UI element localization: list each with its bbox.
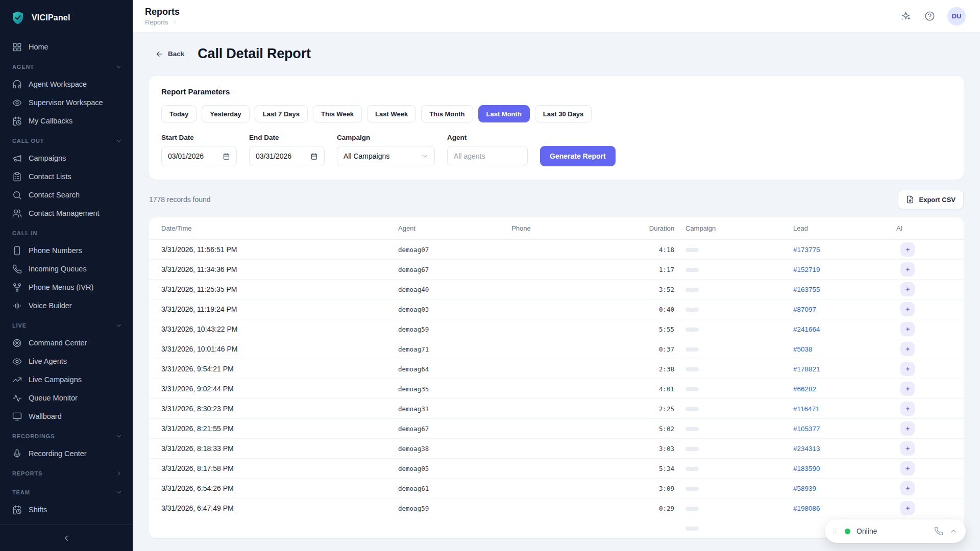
sidebar-section-label: CALL IN: [12, 230, 37, 236]
chevron-down-icon: [115, 489, 122, 496]
lead-link[interactable]: #163755: [793, 286, 820, 293]
lead-link[interactable]: #87097: [793, 306, 816, 313]
sidebar-section-recordings[interactable]: RECORDINGS: [0, 428, 133, 444]
records-count: 1778 records found: [149, 195, 211, 204]
sidebar-section-team[interactable]: TEAM: [0, 484, 133, 500]
drag-handle-icon[interactable]: [831, 528, 839, 535]
lead-link[interactable]: #116471: [793, 405, 820, 413]
cell-lead: #234313: [784, 444, 886, 453]
generate-report-button[interactable]: Generate Report: [540, 146, 616, 166]
ai-assistant-button[interactable]: [899, 10, 912, 22]
lead-link[interactable]: #183590: [793, 465, 820, 472]
column-header-agent: Agent: [386, 224, 462, 232]
topbar-titles: Reports Reports: [145, 7, 180, 26]
sidebar-item-live-agents[interactable]: Live Agents: [0, 352, 133, 370]
user-avatar[interactable]: DU: [947, 7, 966, 26]
parameters-form: Start Date 03/01/2026 End Date 03/31/202…: [161, 134, 951, 166]
ai-analysis-button[interactable]: [900, 382, 915, 396]
sidebar-item-shifts[interactable]: Shifts: [0, 500, 133, 519]
agent-input[interactable]: [447, 146, 528, 166]
preset-today[interactable]: Today: [161, 105, 197, 122]
cell-campaign: [674, 245, 784, 254]
sidebar-section-call-in[interactable]: CALL IN: [0, 225, 133, 241]
sparkle-icon: [904, 326, 911, 333]
cell-lead: #66282: [784, 384, 886, 393]
preset-yesterday[interactable]: Yesterday: [202, 105, 249, 122]
help-button[interactable]: [923, 10, 936, 22]
sidebar-item-contact-management[interactable]: Contact Management: [0, 204, 133, 222]
sidebar-item-live-campaigns[interactable]: Live Campaigns: [0, 370, 133, 389]
end-date-input[interactable]: 03/31/2026: [249, 146, 325, 166]
dialpad-button[interactable]: [934, 527, 943, 536]
lead-link[interactable]: #105377: [793, 425, 820, 433]
sidebar-item-command-center[interactable]: Command Center: [0, 334, 133, 352]
sidebar-item-wallboard[interactable]: Wallboard: [0, 407, 133, 425]
sidebar-item-supervisor-workspace[interactable]: Supervisor Workspace: [0, 93, 133, 112]
breadcrumb-item[interactable]: Reports: [145, 18, 168, 26]
campaign-select[interactable]: All Campaigns: [337, 146, 435, 166]
mic-icon: [12, 449, 22, 459]
sidebar-item-contact-search[interactable]: Contact Search: [0, 186, 133, 204]
ai-analysis-button[interactable]: [900, 262, 915, 277]
ai-analysis-button[interactable]: [900, 501, 915, 515]
export-csv-button[interactable]: Export CSV: [898, 190, 964, 209]
sidebar-item-my-callbacks[interactable]: My Callbacks: [0, 112, 133, 130]
sidebar: VICIPanel HomeAGENTAgent WorkspaceSuperv…: [0, 0, 133, 551]
cell-duration: 3:03: [580, 445, 674, 453]
preset-last-30-days[interactable]: Last 30 Days: [535, 105, 592, 122]
lead-link[interactable]: #5038: [793, 345, 813, 353]
lead-link[interactable]: #234313: [793, 445, 820, 453]
sidebar-item-incoming-queues[interactable]: Incoming Queues: [0, 260, 133, 278]
preset-last-week[interactable]: Last Week: [367, 105, 416, 122]
sidebar-item-queue-monitor[interactable]: Queue Monitor: [0, 389, 133, 407]
sidebar-item-agent-workspace[interactable]: Agent Workspace: [0, 75, 133, 93]
lead-link[interactable]: #178821: [793, 365, 820, 373]
lead-link[interactable]: #198086: [793, 505, 820, 512]
lead-link[interactable]: #173775: [793, 246, 820, 254]
sidebar-collapse-button[interactable]: [62, 534, 71, 543]
sidebar-item-recording-center[interactable]: Recording Center: [0, 444, 133, 463]
ai-analysis-button[interactable]: [900, 481, 915, 495]
ai-analysis-button[interactable]: [900, 441, 915, 456]
ai-analysis-button[interactable]: [900, 362, 915, 376]
ai-analysis-button[interactable]: [900, 322, 915, 336]
ai-analysis-button[interactable]: [900, 421, 915, 436]
sidebar-item-phone-numbers[interactable]: Phone Numbers: [0, 241, 133, 260]
lead-link[interactable]: #152719: [793, 266, 820, 273]
preset-this-week[interactable]: This Week: [313, 105, 362, 122]
lead-link[interactable]: #241664: [793, 325, 820, 333]
cell-agent: demoag40: [386, 286, 462, 293]
cell-agent: demoag05: [386, 465, 462, 472]
ai-analysis-button[interactable]: [900, 302, 915, 316]
back-button[interactable]: Back: [155, 50, 184, 58]
preset-last-7-days[interactable]: Last 7 Days: [255, 105, 308, 122]
lead-link[interactable]: #58939: [793, 485, 816, 492]
sidebar-item-contact-lists[interactable]: Contact Lists: [0, 167, 133, 186]
ai-analysis-button[interactable]: [900, 242, 915, 257]
ai-analysis-button[interactable]: [900, 461, 915, 475]
lead-link[interactable]: #66282: [793, 385, 816, 393]
cell-datetime: 3/31/2026, 11:25:35 PM: [161, 285, 386, 293]
start-date-input[interactable]: 03/01/2026: [161, 146, 237, 166]
eye-icon: [12, 98, 22, 108]
sidebar-item-home[interactable]: Home: [0, 38, 133, 56]
ai-analysis-button[interactable]: [900, 342, 915, 356]
table-row: 3/31/2026, 11:34:36 PMdemoag671:17#15271…: [149, 260, 964, 280]
ai-analysis-button[interactable]: [900, 402, 915, 416]
sparkle-icon: [904, 465, 911, 472]
ai-analysis-button[interactable]: [900, 282, 915, 296]
expand-widget-button[interactable]: [949, 527, 958, 535]
cell-datetime: 3/31/2026, 8:18:33 PM: [161, 444, 386, 453]
sidebar-section-agent[interactable]: AGENT: [0, 59, 133, 75]
preset-this-month[interactable]: This Month: [421, 105, 473, 122]
sidebar-section-live[interactable]: LIVE: [0, 317, 133, 334]
column-header-date-time: Date/Time: [161, 224, 386, 232]
sidebar-item-phone-menus-ivr-[interactable]: Phone Menus (IVR): [0, 278, 133, 296]
sidebar-section-call-out[interactable]: CALL OUT: [0, 133, 133, 149]
sidebar-section-reports[interactable]: REPORTS: [0, 465, 133, 482]
sidebar-item-campaigns[interactable]: Campaigns: [0, 149, 133, 167]
cell-agent: demoag64: [386, 365, 462, 373]
preset-last-month[interactable]: Last Month: [478, 105, 530, 122]
sidebar-item-voice-builder[interactable]: Voice Builder: [0, 296, 133, 315]
cell-ai: [886, 242, 951, 257]
